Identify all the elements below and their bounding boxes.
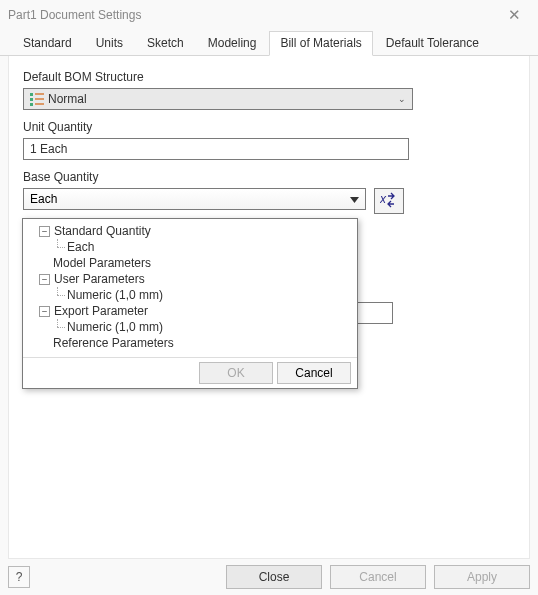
tree-footer: OK Cancel [23,357,357,388]
svg-rect-4 [30,103,33,106]
group-base-quantity: Base Quantity Each x [23,170,515,214]
window-close-button[interactable]: ✕ [498,3,530,27]
tree-cancel-button[interactable]: Cancel [277,362,351,384]
apply-button[interactable]: Apply [434,565,530,589]
fx-icon: x [380,192,398,211]
tree-toggle-icon[interactable]: − [39,306,50,317]
dialog-footer: ? Close Cancel Apply [0,559,538,595]
svg-rect-0 [30,93,33,96]
svg-rect-2 [30,98,33,101]
tree-item-label: Export Parameter [54,303,148,319]
chevron-down-icon: ⌄ [398,94,406,104]
tree-item-label: Standard Quantity [54,223,151,239]
close-icon: ✕ [508,6,521,24]
tree-toggle-icon[interactable]: − [39,226,50,237]
tree-item-model-parameters[interactable]: Model Parameters [25,255,355,271]
tree-elbow-icon [53,287,67,303]
tree-elbow-icon [53,239,67,255]
dropdown-triangle-icon [350,192,359,206]
close-button[interactable]: Close [226,565,322,589]
window-title: Part1 Document Settings [8,8,141,22]
svg-rect-5 [35,103,44,105]
group-unit-quantity: Unit Quantity 1 Each [23,120,515,160]
dialog-window: Part1 Document Settings ✕ Standard Units… [0,0,538,595]
label-bom-structure: Default BOM Structure [23,70,515,84]
tree-item-label: Reference Parameters [53,335,174,351]
tree-item-label: Each [67,239,94,255]
tab-modeling[interactable]: Modeling [197,31,268,55]
tree-item-label: User Parameters [54,271,145,287]
tab-sketch[interactable]: Sketch [136,31,195,55]
label-base-quantity: Base Quantity [23,170,515,184]
group-bom-structure: Default BOM Structure Normal ⌄ [23,70,515,110]
tree-item-numeric-2[interactable]: Numeric (1,0 mm) [25,319,355,335]
tree-item-label: Numeric (1,0 mm) [67,287,163,303]
tabstrip: Standard Units Sketch Modeling Bill of M… [0,30,538,56]
tab-standard[interactable]: Standard [12,31,83,55]
cancel-button[interactable]: Cancel [330,565,426,589]
tree-item-reference-parameters[interactable]: Reference Parameters [25,335,355,351]
dropdown-bom-structure-value: Normal [48,92,87,106]
tree-item-export-parameter[interactable]: − Export Parameter [25,303,355,319]
label-unit-quantity: Unit Quantity [23,120,515,134]
bom-structure-icon [30,92,44,106]
combo-base-quantity-value: Each [30,192,57,206]
tree-elbow-icon [53,319,67,335]
svg-rect-1 [35,93,44,95]
help-icon: ? [16,570,23,584]
tree-toggle-icon[interactable]: − [39,274,50,285]
tab-bill-of-materials[interactable]: Bill of Materials [269,31,372,56]
svg-marker-6 [350,197,359,203]
tree-item-user-parameters[interactable]: − User Parameters [25,271,355,287]
button-fx-override[interactable]: x [374,188,404,214]
tree-item-each[interactable]: Each [25,239,355,255]
titlebar: Part1 Document Settings ✕ [0,0,538,30]
tree-ok-button[interactable]: OK [199,362,273,384]
input-unit-quantity-value: 1 Each [30,142,67,156]
tree-item-numeric-1[interactable]: Numeric (1,0 mm) [25,287,355,303]
tab-default-tolerance[interactable]: Default Tolerance [375,31,490,55]
tree-item-standard-quantity[interactable]: − Standard Quantity [25,223,355,239]
tree-popup: − Standard Quantity Each Model Parameter… [22,218,358,389]
input-unit-quantity[interactable]: 1 Each [23,138,409,160]
tree-item-label: Model Parameters [53,255,151,271]
svg-text:x: x [380,192,387,206]
combo-base-quantity[interactable]: Each [23,188,366,210]
tab-units[interactable]: Units [85,31,134,55]
dropdown-bom-structure[interactable]: Normal ⌄ [23,88,413,110]
tree-body: − Standard Quantity Each Model Parameter… [23,219,357,357]
help-button[interactable]: ? [8,566,30,588]
svg-rect-3 [35,98,44,100]
tree-item-label: Numeric (1,0 mm) [67,319,163,335]
